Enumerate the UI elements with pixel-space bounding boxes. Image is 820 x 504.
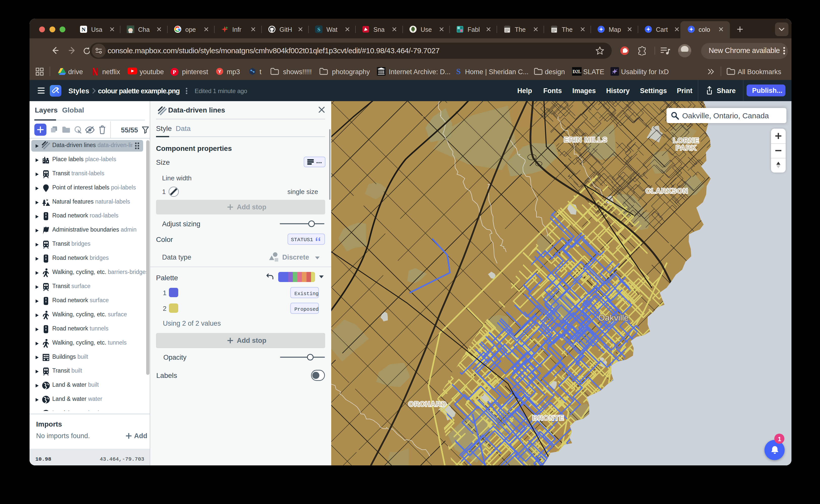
svg-text:ORCHARD: ORCHARD <box>408 400 447 408</box>
svg-text:S: S <box>456 67 461 76</box>
svg-text:Oakville: Oakville <box>598 313 629 322</box>
svg-text:N: N <box>81 26 86 33</box>
svg-text:P: P <box>173 69 176 75</box>
svg-text:LORNE: LORNE <box>673 137 700 144</box>
svg-text:S: S <box>317 26 320 33</box>
svg-text:BRONTE: BRONTE <box>532 414 564 422</box>
svg-text:D2L: D2L <box>572 69 581 74</box>
svg-text:Y: Y <box>218 69 222 74</box>
svg-text:PARK: PARK <box>676 144 697 152</box>
svg-text:CLARKSON: CLARKSON <box>646 187 689 195</box>
svg-text:ERIN MILLS: ERIN MILLS <box>564 136 608 144</box>
